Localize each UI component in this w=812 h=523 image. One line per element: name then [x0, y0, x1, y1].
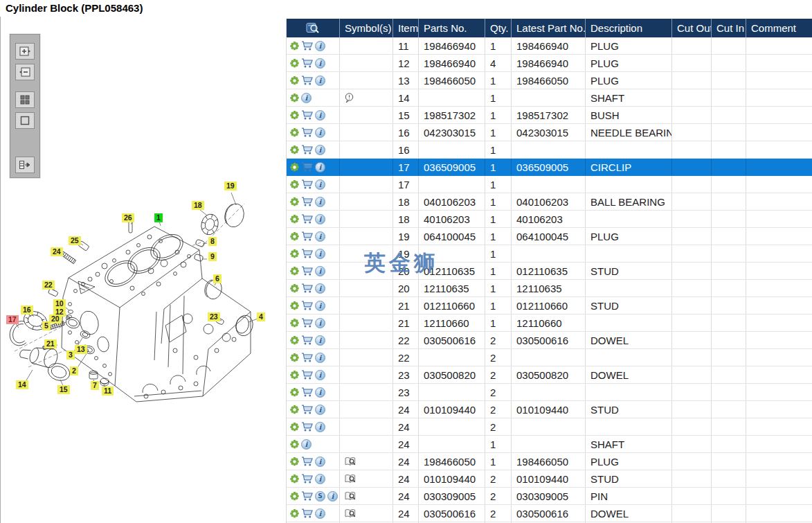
part-callout-1[interactable]: 1 [154, 213, 163, 222]
cell-actions[interactable]: i [287, 141, 340, 158]
info-button[interactable]: i [315, 249, 325, 259]
zoom-in-button[interactable] [15, 43, 35, 60]
cart-icon[interactable] [301, 145, 313, 154]
show-table-button[interactable] [15, 157, 35, 173]
info-button[interactable]: i [315, 422, 325, 432]
zoom-out-button[interactable] [15, 64, 35, 80]
part-callout-8[interactable]: 8 [208, 237, 217, 246]
table-row[interactable]: Si240303090052030309005PIN [287, 488, 812, 505]
part-callout-6[interactable]: 6 [213, 274, 222, 283]
cart-icon[interactable] [301, 127, 313, 137]
cart-icon[interactable] [301, 214, 313, 224]
cell-actions[interactable]: i [287, 124, 340, 141]
table-row[interactable]: i222 [287, 349, 812, 366]
table-row[interactable]: i232 [287, 384, 812, 401]
info-button[interactable]: i [315, 283, 325, 294]
cart-icon[interactable] [301, 508, 313, 518]
info-button[interactable]: i [315, 301, 325, 311]
gear-icon[interactable] [290, 457, 299, 466]
gear-icon[interactable] [290, 59, 299, 68]
cell-actions[interactable]: i [287, 176, 340, 193]
part-callout-4[interactable]: 4 [257, 312, 265, 321]
table-row[interactable]: i200121106351012110635STUD [287, 263, 812, 280]
info-button[interactable]: i [315, 214, 325, 224]
info-button[interactable]: i [315, 474, 325, 484]
table-row[interactable]: i220305006162030500616DOWEL [287, 332, 812, 349]
info-button[interactable]: i [315, 370, 325, 380]
part-callout-17[interactable]: 17 [6, 315, 19, 324]
part-callout-24[interactable]: 24 [51, 247, 63, 256]
gear-icon[interactable] [290, 249, 299, 258]
gear-icon[interactable] [290, 336, 299, 345]
gear-icon[interactable] [290, 423, 299, 432]
cell-actions[interactable]: i [287, 159, 340, 175]
part-callout-18[interactable]: 18 [192, 201, 204, 210]
gear-icon[interactable] [290, 215, 299, 224]
cart-icon[interactable] [301, 387, 313, 397]
gear-icon[interactable] [290, 94, 299, 103]
gear-icon[interactable] [290, 475, 299, 484]
info-button[interactable]: i [315, 145, 325, 155]
table-row[interactable]: i161 [287, 141, 812, 159]
part-callout-11[interactable]: 11 [102, 387, 114, 396]
table-row[interactable]: i111984669401198466940PLUG [287, 37, 812, 55]
cart-icon[interactable] [301, 179, 313, 189]
info-button[interactable]: i [315, 179, 325, 190]
table-row[interactable]: i180401062031040106203BALL BEARING [287, 193, 812, 211]
cart-icon[interactable] [301, 162, 313, 172]
cell-actions[interactable]: i [287, 107, 340, 123]
part-callout-7[interactable]: 7 [91, 381, 99, 390]
gear-icon[interactable] [290, 76, 299, 85]
table-row[interactable]: i121984669404198466940PLUG [287, 55, 812, 72]
part-callout-14[interactable]: 14 [16, 380, 28, 389]
cart-icon[interactable] [301, 405, 313, 414]
info-button[interactable]: i [315, 266, 325, 276]
cell-actions[interactable]: i [287, 228, 340, 245]
gear-icon[interactable] [290, 232, 299, 241]
part-callout-16[interactable]: 16 [21, 305, 33, 314]
cart-icon[interactable] [301, 353, 313, 362]
gear-icon[interactable] [290, 371, 299, 380]
cell-actions[interactable]: i [287, 245, 340, 262]
info-button[interactable]: i [315, 353, 325, 363]
cell-actions[interactable]: Si [287, 488, 340, 504]
tile-view-button[interactable] [15, 91, 35, 108]
table-row[interactable]: i240305006162030500616DOWEL [287, 505, 812, 522]
gear-icon[interactable] [290, 301, 299, 310]
cell-actions[interactable]: i [287, 453, 340, 470]
catalog-icon[interactable] [345, 474, 356, 484]
cart-icon[interactable] [301, 491, 313, 501]
info-button[interactable]: i [301, 439, 312, 450]
gear-icon[interactable] [290, 111, 299, 120]
info-button[interactable]: i [315, 162, 325, 172]
cell-actions[interactable]: i [287, 401, 340, 418]
catalog-icon[interactable] [345, 456, 356, 467]
gear-icon[interactable] [290, 353, 299, 362]
cart-icon[interactable] [301, 370, 313, 380]
gear-icon[interactable] [290, 128, 299, 137]
part-callout-22[interactable]: 22 [42, 281, 55, 290]
table-row[interactable]: i1840106203140106203 [287, 211, 812, 228]
cell-actions[interactable]: i [287, 193, 340, 210]
table-row[interactable]: i2112110660112110660 [287, 314, 812, 332]
cart-icon[interactable] [301, 249, 313, 258]
table-row[interactable]: i241984660501198466050PLUG [287, 453, 812, 470]
part-callout-15[interactable]: 15 [57, 385, 70, 394]
cart-icon[interactable] [301, 422, 313, 432]
cart-icon[interactable] [301, 456, 313, 466]
table-row[interactable]: i141SHAFT [287, 89, 812, 107]
gear-icon[interactable] [290, 284, 299, 293]
table-row[interactable]: i2012110635112110635 [287, 280, 812, 297]
info-button[interactable]: i [315, 41, 325, 51]
info-button[interactable]: i [315, 335, 325, 346]
cart-icon[interactable] [301, 474, 313, 484]
cart-icon[interactable] [301, 335, 313, 345]
cell-actions[interactable]: i [287, 263, 340, 279]
info-button[interactable]: i [315, 76, 325, 86]
cell-actions[interactable]: i [287, 366, 340, 383]
info-button[interactable]: i [301, 93, 312, 103]
cell-actions[interactable]: i [287, 384, 340, 400]
table-row[interactable]: i191 [287, 245, 812, 263]
cart-icon[interactable] [301, 76, 313, 85]
info-button[interactable]: i [315, 508, 325, 519]
